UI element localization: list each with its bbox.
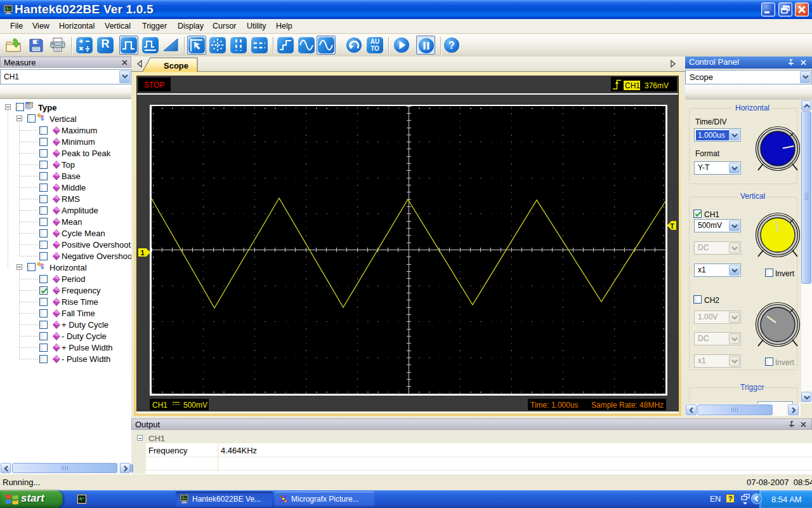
svg-text:STOP: STOP: [144, 81, 164, 90]
svg-text:500mV: 500mV: [183, 401, 207, 410]
svg-text:T: T: [671, 223, 674, 230]
svg-text:Scope: Scope: [164, 61, 188, 70]
svg-text:Time: 1.000us: Time: 1.000us: [530, 401, 579, 410]
svg-text:?: ?: [449, 40, 455, 51]
svg-text:Sample Rate: 48MHz: Sample Rate: 48MHz: [591, 401, 664, 410]
svg-text:CH1: CH1: [625, 81, 640, 90]
svg-text:CH1: CH1: [152, 401, 167, 410]
svg-text:376mV: 376mV: [645, 81, 669, 90]
svg-text:1: 1: [141, 249, 145, 257]
